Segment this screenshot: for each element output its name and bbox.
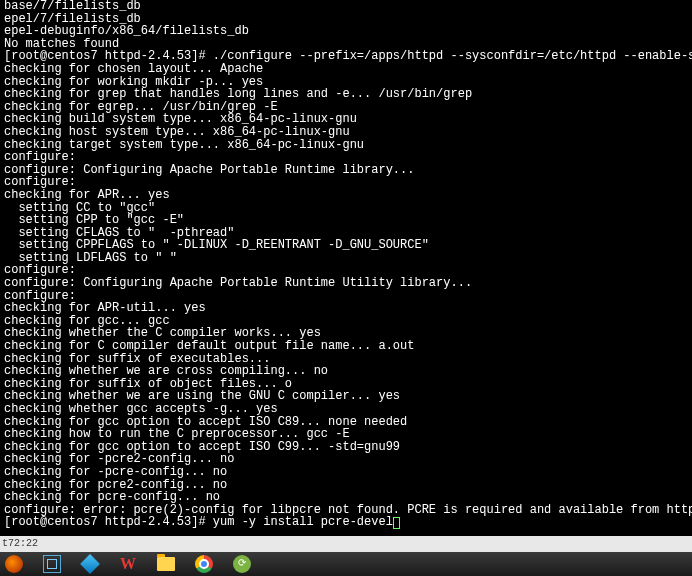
terminal-line: checking for APR... yes bbox=[4, 189, 688, 202]
terminal-line: base/7/filelists_db bbox=[4, 0, 688, 13]
terminal-line: checking for chosen layout... Apache bbox=[4, 63, 688, 76]
start-menu-icon[interactable] bbox=[4, 554, 24, 574]
terminal-line: checking for pcre-config... no bbox=[4, 491, 688, 504]
terminal-line: setting CPP to "gcc -E" bbox=[4, 214, 688, 227]
terminal-line: checking for -pcre-config... no bbox=[4, 466, 688, 479]
app-icon[interactable] bbox=[80, 554, 100, 574]
wps-icon[interactable]: W bbox=[118, 554, 138, 574]
terminal-line: checking for APR-util... yes bbox=[4, 302, 688, 315]
terminal-line: checking for grep that handles long line… bbox=[4, 88, 688, 101]
terminal-line: checking for C compiler default output f… bbox=[4, 340, 688, 353]
terminal-line: checking whether we are cross compiling.… bbox=[4, 365, 688, 378]
cursor bbox=[393, 517, 400, 529]
taskbar[interactable]: W ⟳ bbox=[0, 552, 692, 576]
terminal-line: setting CPPFLAGS to " -DLINUX -D_REENTRA… bbox=[4, 239, 688, 252]
status-text: t72:22 bbox=[2, 538, 38, 549]
shell-prompt: [root@centos7 httpd-2.4.53]# bbox=[4, 515, 213, 529]
terminal-line: setting LDFLAGS to " " bbox=[4, 252, 688, 265]
chrome-icon[interactable] bbox=[194, 554, 214, 574]
terminal-output[interactable]: base/7/filelists_dbepel/7/filelists_dbep… bbox=[0, 0, 692, 529]
status-bar: t72:22 bbox=[0, 536, 692, 552]
terminal-line: checking how to run the C preprocessor..… bbox=[4, 428, 688, 441]
current-command: yum -y install pcre-devel bbox=[213, 515, 393, 529]
terminal-line: checking target system type... x86_64-pc… bbox=[4, 139, 688, 152]
terminal-line: checking host system type... x86_64-pc-l… bbox=[4, 126, 688, 139]
green-app-icon[interactable]: ⟳ bbox=[232, 554, 252, 574]
terminal-line: configure: Configuring Apache Portable R… bbox=[4, 277, 688, 290]
file-manager-icon[interactable] bbox=[156, 554, 176, 574]
terminal-prompt-line[interactable]: [root@centos7 httpd-2.4.53]# yum -y inst… bbox=[4, 516, 688, 529]
terminal-line: checking whether gcc accepts -g... yes bbox=[4, 403, 688, 416]
terminal-line: epel-debuginfo/x86_64/filelists_db bbox=[4, 25, 688, 38]
terminal-line: configure: Configuring Apache Portable R… bbox=[4, 164, 688, 177]
terminal-line: configure: bbox=[4, 151, 688, 164]
virtualbox-icon[interactable] bbox=[42, 554, 62, 574]
